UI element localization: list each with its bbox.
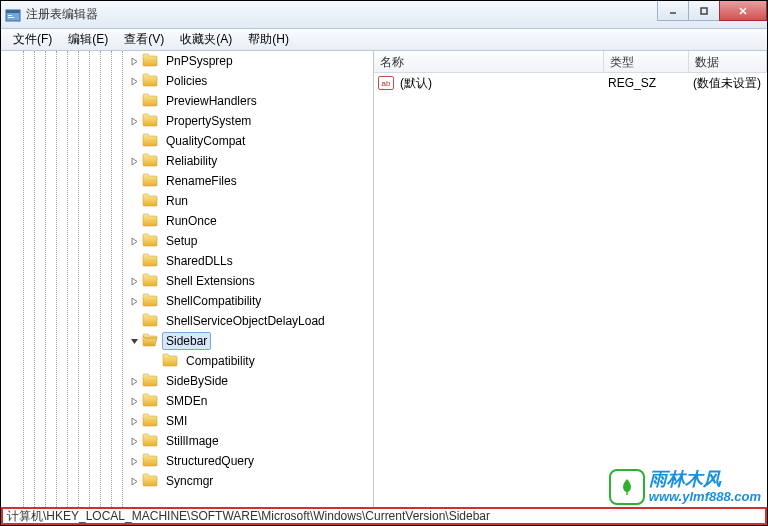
expand-icon[interactable] (129, 476, 140, 487)
tree-item-label: SMI (162, 412, 191, 430)
tree-item[interactable]: Compatibility (129, 351, 373, 371)
menu-file[interactable]: 文件(F) (5, 29, 60, 50)
svg-rect-3 (8, 17, 14, 18)
tree-item-label: Shell Extensions (162, 272, 259, 290)
tree-item[interactable]: StillImage (129, 431, 373, 451)
watermark-logo-icon (609, 469, 645, 505)
titlebar: 注册表编辑器 (1, 1, 767, 29)
expand-icon[interactable] (129, 296, 140, 307)
menu-edit[interactable]: 编辑(E) (60, 29, 116, 50)
expand-icon (129, 96, 140, 107)
collapse-icon[interactable] (129, 336, 140, 347)
expand-icon (129, 196, 140, 207)
col-name[interactable]: 名称 (374, 51, 604, 72)
tree-item-label: PnPSysprep (162, 52, 237, 70)
tree-item[interactable]: ShellServiceObjectDelayLoad (129, 311, 373, 331)
tree-item-label: PreviewHandlers (162, 92, 261, 110)
folder-icon (142, 393, 162, 410)
expand-icon[interactable] (129, 276, 140, 287)
expand-icon[interactable] (129, 56, 140, 67)
folder-icon (162, 353, 182, 370)
menu-favorites[interactable]: 收藏夹(A) (172, 29, 240, 50)
expand-icon[interactable] (129, 456, 140, 467)
folder-icon (142, 253, 162, 270)
list-pane[interactable]: 名称 类型 数据 ab (默认) REG_SZ (数值未设置) (374, 51, 767, 507)
tree-pane[interactable]: PnPSysprepPoliciesPreviewHandlersPropert… (1, 51, 374, 507)
statusbar: 计算机\HKEY_LOCAL_MACHINE\SOFTWARE\Microsof… (1, 507, 767, 525)
tree-item[interactable]: SideBySide (129, 371, 373, 391)
folder-icon (142, 433, 162, 450)
menu-help[interactable]: 帮助(H) (240, 29, 297, 50)
expand-icon[interactable] (129, 236, 140, 247)
folder-icon (142, 93, 162, 110)
minimize-button[interactable] (657, 1, 689, 21)
value-data: (数值未设置) (687, 75, 767, 92)
menu-view[interactable]: 查看(V) (116, 29, 172, 50)
tree-item-label: Syncmgr (162, 472, 217, 490)
expand-icon[interactable] (129, 156, 140, 167)
tree-item[interactable]: RunOnce (129, 211, 373, 231)
list-header: 名称 类型 数据 (374, 51, 767, 73)
tree-item[interactable]: ShellCompatibility (129, 291, 373, 311)
tree-item-label: PropertySystem (162, 112, 255, 130)
folder-icon (142, 373, 162, 390)
tree-item-label: RunOnce (162, 212, 221, 230)
tree-item[interactable]: SMI (129, 411, 373, 431)
window-title: 注册表编辑器 (26, 6, 98, 23)
folder-icon (142, 73, 162, 90)
status-path: 计算机\HKEY_LOCAL_MACHINE\SOFTWARE\Microsof… (7, 508, 490, 525)
close-button[interactable] (719, 1, 767, 21)
expand-icon[interactable] (129, 76, 140, 87)
tree-item[interactable]: RenameFiles (129, 171, 373, 191)
folder-icon (142, 233, 162, 250)
tree-item-label: Sidebar (162, 332, 211, 350)
tree-item[interactable]: Reliability (129, 151, 373, 171)
expand-icon[interactable] (129, 116, 140, 127)
expand-icon (129, 216, 140, 227)
tree-item-label: StructuredQuery (162, 452, 258, 470)
tree-item-label: Policies (162, 72, 211, 90)
watermark-text: 雨林木风 (649, 470, 761, 490)
tree-item[interactable]: SMDEn (129, 391, 373, 411)
tree-item[interactable]: PropertySystem (129, 111, 373, 131)
expand-icon[interactable] (129, 396, 140, 407)
tree-item[interactable]: Setup (129, 231, 373, 251)
expand-icon[interactable] (129, 376, 140, 387)
expand-icon (129, 256, 140, 267)
list-row[interactable]: ab (默认) REG_SZ (数值未设置) (374, 73, 767, 93)
folder-icon (142, 53, 162, 70)
tree-item[interactable]: QualityCompat (129, 131, 373, 151)
tree-item[interactable]: Sidebar (129, 331, 373, 351)
tree-item-label: QualityCompat (162, 132, 249, 150)
folder-icon (142, 473, 162, 490)
tree-item[interactable]: StructuredQuery (129, 451, 373, 471)
folder-icon (142, 153, 162, 170)
expand-icon (129, 136, 140, 147)
expand-icon[interactable] (129, 436, 140, 447)
window-controls (658, 1, 767, 21)
tree-item[interactable]: Policies (129, 71, 373, 91)
watermark-url: www.ylmf888.com (649, 490, 761, 504)
tree-item-label: ShellServiceObjectDelayLoad (162, 312, 329, 330)
tree-item[interactable]: Syncmgr (129, 471, 373, 491)
tree-item[interactable]: PreviewHandlers (129, 91, 373, 111)
tree-item-label: SideBySide (162, 372, 232, 390)
menubar: 文件(F) 编辑(E) 查看(V) 收藏夹(A) 帮助(H) (1, 29, 767, 51)
folder-icon (142, 413, 162, 430)
regedit-icon (5, 7, 21, 23)
folder-icon (142, 273, 162, 290)
tree-item-label: ShellCompatibility (162, 292, 265, 310)
tree-item[interactable]: Shell Extensions (129, 271, 373, 291)
tree-item[interactable]: PnPSysprep (129, 51, 373, 71)
tree-item[interactable]: SharedDLLs (129, 251, 373, 271)
col-type[interactable]: 类型 (604, 51, 689, 72)
col-data[interactable]: 数据 (689, 51, 767, 72)
tree-item[interactable]: Run (129, 191, 373, 211)
svg-rect-1 (6, 10, 20, 13)
maximize-button[interactable] (688, 1, 720, 21)
content-area: PnPSysprepPoliciesPreviewHandlersPropert… (1, 51, 767, 507)
value-name: (默认) (394, 75, 602, 92)
expand-icon (129, 316, 140, 327)
expand-icon[interactable] (129, 416, 140, 427)
folder-icon (142, 293, 162, 310)
